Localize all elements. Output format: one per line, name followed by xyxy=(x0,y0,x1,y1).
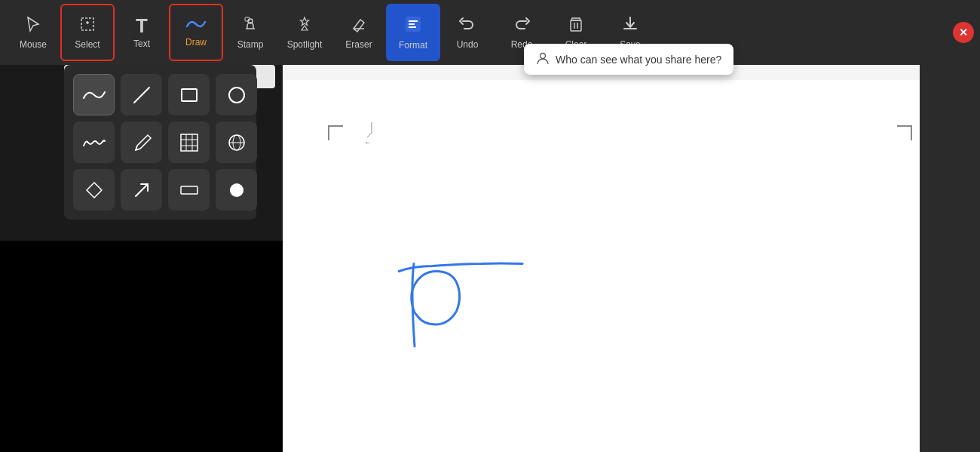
notification-popup: Who can see what you share here? xyxy=(524,44,733,75)
canvas-area[interactable]: |6| |4| |2| |1| |2| |4| |6| |8| |10| |12… xyxy=(283,65,980,452)
draw-icon xyxy=(185,17,207,34)
text-icon: T xyxy=(136,16,148,35)
black-preview-area xyxy=(0,241,283,452)
svg-point-15 xyxy=(229,88,244,103)
svg-rect-7 xyxy=(409,26,416,28)
brush-line[interactable] xyxy=(121,74,162,115)
notification-person-icon xyxy=(536,51,550,67)
spotlight-label: Spotlight xyxy=(287,39,323,50)
eraser-icon xyxy=(350,15,368,36)
svg-rect-8 xyxy=(571,20,581,31)
drawing-canvas[interactable]: ← xyxy=(283,80,920,452)
brush-arrow[interactable] xyxy=(121,169,162,211)
clear-icon xyxy=(567,15,585,36)
stamp-tool-btn[interactable]: Stamp xyxy=(223,4,277,61)
brush-grid[interactable] xyxy=(168,121,210,163)
select-icon xyxy=(78,15,96,36)
redo-icon xyxy=(513,15,531,36)
mouse-label: Mouse xyxy=(20,39,47,50)
spotlight-tool-btn[interactable]: Spotlight xyxy=(277,4,332,61)
select-label: Select xyxy=(75,39,100,50)
brush-wave2[interactable] xyxy=(73,121,115,163)
save-icon xyxy=(621,15,639,36)
stamp-icon xyxy=(241,15,259,36)
brush-circle[interactable] xyxy=(216,74,257,115)
svg-line-58 xyxy=(367,133,372,137)
svg-line-25 xyxy=(136,184,148,196)
brush-wave[interactable] xyxy=(73,74,115,115)
text-tool-btn[interactable]: T Text xyxy=(115,4,169,61)
right-style-panel xyxy=(920,65,980,452)
eraser-tool-btn[interactable]: Eraser xyxy=(332,4,386,61)
eraser-label: Eraser xyxy=(345,39,372,50)
mouse-tool-btn[interactable]: Mouse xyxy=(6,4,60,61)
draw-tool-btn[interactable]: Draw xyxy=(169,4,223,61)
main-toolbar: Mouse Select T Text Draw xyxy=(0,0,980,65)
svg-rect-14 xyxy=(182,89,197,101)
drawing-svg xyxy=(283,80,920,452)
notification-text: Who can see what you share here? xyxy=(556,54,721,66)
brush-rect[interactable] xyxy=(168,74,210,115)
brush-rect2[interactable] xyxy=(168,169,210,211)
draw-submenu-panel xyxy=(64,65,256,220)
mouse-icon xyxy=(24,15,42,36)
undo-label: Undo xyxy=(457,39,479,50)
close-button[interactable]: ✕ xyxy=(953,22,974,43)
select-tool-btn[interactable]: Select xyxy=(60,4,115,61)
canvas-corner-tr xyxy=(897,125,912,140)
svg-point-60 xyxy=(541,54,546,59)
spotlight-icon xyxy=(296,15,314,36)
brush-globe[interactable] xyxy=(216,121,257,163)
format-tool-btn[interactable]: Format xyxy=(386,4,440,61)
svg-rect-5 xyxy=(409,20,418,22)
format-icon xyxy=(403,14,423,37)
draw-label: Draw xyxy=(185,37,207,48)
stamp-label: Stamp xyxy=(237,39,264,50)
cursor-indicator: ← xyxy=(364,122,379,148)
undo-icon xyxy=(458,15,476,36)
svg-text:←: ← xyxy=(364,138,372,145)
canvas-corner-tl xyxy=(328,125,343,140)
svg-rect-17 xyxy=(181,134,198,151)
svg-rect-6 xyxy=(409,23,415,25)
brush-diamond[interactable] xyxy=(73,169,115,211)
svg-line-13 xyxy=(134,88,149,103)
brush-pencil[interactable] xyxy=(121,121,162,163)
text-label: Text xyxy=(133,38,150,49)
svg-rect-26 xyxy=(181,186,198,194)
undo-tool-btn[interactable]: Undo xyxy=(440,4,495,61)
brush-dot[interactable] xyxy=(216,169,257,211)
format-label: Format xyxy=(399,40,427,51)
svg-point-27 xyxy=(230,183,243,197)
